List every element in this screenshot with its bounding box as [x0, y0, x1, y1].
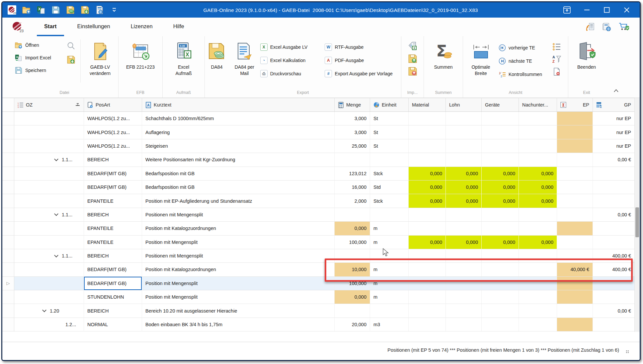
- save-upload-green-icon[interactable]: [408, 54, 417, 63]
- cell-lohn[interactable]: [446, 318, 482, 331]
- cell-einheit[interactable]: St: [370, 139, 409, 153]
- cell-oz[interactable]: [14, 112, 84, 125]
- cell-material[interactable]: [409, 249, 446, 263]
- cell-material[interactable]: [409, 139, 446, 153]
- cell-nachunternehmer[interactable]: [519, 208, 557, 222]
- cell-menge[interactable]: 123,012: [335, 167, 370, 181]
- table-row[interactable]: EPANTEILEPosition mit Mengensplit100,000…: [2, 236, 640, 249]
- column-header-ep[interactable]: Σ EP: [557, 98, 593, 111]
- cell-lohn[interactable]: [446, 112, 482, 125]
- cell-einheit[interactable]: Stck: [370, 167, 409, 181]
- row-selector-gutter[interactable]: [2, 112, 14, 125]
- cell-gp[interactable]: 400,00 €: [593, 263, 634, 276]
- column-header-oz[interactable]: 123 OZ: [14, 98, 84, 111]
- cell-kurztext[interactable]: Bereich 10.20 mit ausgelassener Hierachi…: [142, 304, 335, 318]
- cell-gp[interactable]: 0,00 €: [593, 153, 634, 167]
- row-selector-gutter[interactable]: [2, 139, 14, 153]
- cell-gp[interactable]: [593, 318, 634, 331]
- cell-lohn[interactable]: [446, 208, 482, 222]
- cell-menge[interactable]: [335, 208, 370, 222]
- cell-nachunternehmer[interactable]: [519, 222, 557, 235]
- row-selector-gutter[interactable]: [2, 249, 14, 263]
- cell-geraete[interactable]: [482, 208, 519, 222]
- cell-gp[interactable]: nur EP: [593, 125, 634, 139]
- cell-einheit[interactable]: m: [370, 290, 409, 304]
- cell-einheit[interactable]: m: [370, 263, 409, 276]
- cell-ep[interactable]: [557, 181, 593, 194]
- cell-posart[interactable]: WAHLPOS(1.2 zu...: [84, 112, 142, 125]
- cell-ep[interactable]: [557, 249, 593, 263]
- cell-kurztext[interactable]: Position mit Katalogzuordnungen: [142, 263, 335, 276]
- cell-einheit[interactable]: [370, 208, 409, 222]
- table-row[interactable]: 1.20BEREICHBereich 10.20 mit ausgelassen…: [2, 304, 640, 318]
- cell-ep[interactable]: [557, 318, 593, 331]
- cell-geraete[interactable]: [482, 290, 519, 304]
- tab-einstellungen[interactable]: Einstellungen: [70, 18, 118, 36]
- cell-einheit[interactable]: Std: [370, 181, 409, 194]
- cell-geraete[interactable]: [482, 304, 519, 318]
- cell-geraete[interactable]: [482, 153, 519, 167]
- close-button[interactable]: [622, 5, 632, 15]
- column-header-kurztext[interactable]: A Kurztext: [142, 98, 335, 111]
- cell-geraete[interactable]: [482, 318, 519, 331]
- cell-menge[interactable]: [335, 153, 370, 167]
- cell-kurztext[interactable]: Position mit Mengensplit: [142, 236, 335, 249]
- cell-geraete[interactable]: [482, 112, 519, 125]
- cell-posart[interactable]: NORMAL: [84, 318, 142, 331]
- cell-posart[interactable]: WAHLPOS(1.2 zu...: [84, 139, 142, 153]
- cell-menge[interactable]: 20,000: [335, 318, 370, 331]
- row-selector-gutter[interactable]: [2, 304, 14, 318]
- cell-geraete[interactable]: [482, 263, 519, 276]
- cell-gp[interactable]: nur EP: [593, 139, 634, 153]
- cell-kurztext[interactable]: Schachthals D 1000mm/625mm: [142, 112, 335, 125]
- current-row-indicator[interactable]: ▷: [2, 277, 14, 290]
- cell-posart[interactable]: BEDARF(MIT GB): [84, 167, 142, 181]
- shop-cart-icon[interactable]: [618, 22, 628, 32]
- row-selector-gutter[interactable]: [2, 290, 14, 304]
- cell-lohn[interactable]: [446, 153, 482, 167]
- cell-kurztext[interactable]: Bedarfsposition mit GB: [142, 167, 335, 181]
- collapse-chevron-icon[interactable]: [54, 253, 58, 257]
- column-header-posart[interactable]: PosArt: [84, 98, 142, 111]
- cell-material[interactable]: [409, 318, 446, 331]
- cell-gp[interactable]: 400,00 €: [593, 249, 634, 263]
- cell-geraete[interactable]: [482, 277, 519, 290]
- excel-kalkulation-button[interactable]: ◔ Excel Kalkulation: [260, 55, 325, 66]
- cell-material[interactable]: 0,000: [409, 236, 446, 249]
- row-selector-gutter[interactable]: [2, 318, 14, 331]
- cell-gp[interactable]: [593, 167, 634, 181]
- column-header-nachunternehmer[interactable]: Nachunter...: [519, 98, 557, 111]
- cell-kurztext[interactable]: Positionen mit Mengensplit: [142, 249, 335, 263]
- cell-geraete[interactable]: [482, 249, 519, 263]
- cell-oz[interactable]: [14, 222, 84, 235]
- row-selector-gutter[interactable]: [2, 181, 14, 194]
- cell-gp[interactable]: nur EP: [593, 112, 634, 125]
- row-selector-gutter[interactable]: [2, 125, 14, 139]
- cell-einheit[interactable]: m3: [370, 318, 409, 331]
- import-excel-icon[interactable]: X: [36, 5, 46, 15]
- tab-lizenzen[interactable]: Lizenzen: [123, 18, 160, 36]
- cell-lohn[interactable]: 0,000: [446, 181, 482, 194]
- cell-kurztext[interactable]: Position mit Mengensplit: [142, 277, 335, 290]
- cell-ep[interactable]: [557, 304, 593, 318]
- pdf-ausgabe-button[interactable]: A PDF-Ausgabe: [325, 55, 401, 66]
- cell-ep[interactable]: [557, 222, 593, 235]
- cell-material[interactable]: [409, 277, 446, 290]
- price-tag-excel-icon[interactable]: €X: [408, 41, 418, 51]
- tab-start[interactable]: Start: [37, 18, 64, 36]
- import-excel-button[interactable]: X Import Excel: [15, 52, 63, 63]
- cell-material[interactable]: [409, 208, 446, 222]
- cell-oz[interactable]: [14, 125, 84, 139]
- cell-gp[interactable]: [593, 181, 634, 194]
- cell-nachunternehmer[interactable]: [519, 304, 557, 318]
- cell-oz[interactable]: [14, 194, 84, 208]
- cell-ep[interactable]: [557, 153, 593, 167]
- cell-ep[interactable]: [557, 277, 593, 290]
- cell-nachunternehmer[interactable]: [519, 125, 557, 139]
- excel-ausgabe-lv-button[interactable]: X Excel Ausgabe LV: [260, 41, 325, 53]
- cell-posart[interactable]: BEDARF(MIT GB): [84, 277, 142, 290]
- excel-aufmass-button[interactable]: 0.00X Excel Aufmaß: [163, 39, 204, 84]
- cell-kurztext[interactable]: Boden einbauen BK 3/4 h bis 1,75m: [142, 318, 335, 331]
- cell-gp[interactable]: [593, 236, 634, 249]
- qat-customize-chevron-icon[interactable]: [109, 5, 119, 15]
